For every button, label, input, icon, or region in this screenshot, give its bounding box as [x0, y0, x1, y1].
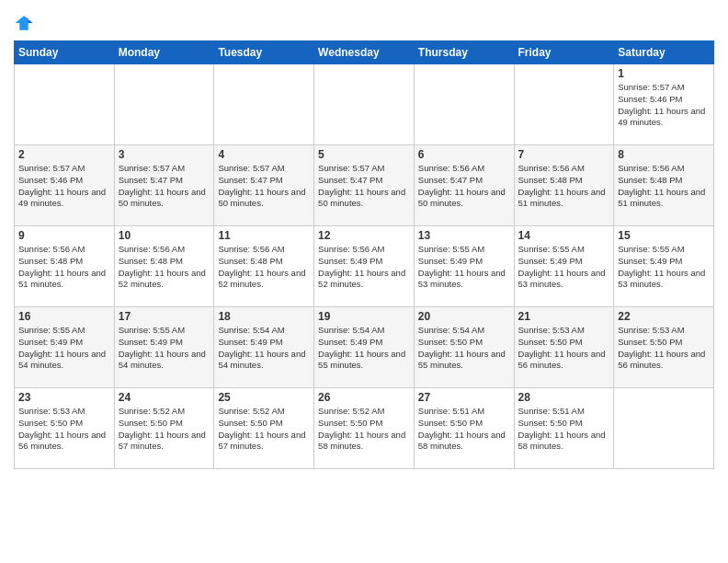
day-info: Sunrise: 5:52 AM Sunset: 5:50 PM Dayligh…	[119, 406, 210, 453]
day-info: Sunrise: 5:53 AM Sunset: 5:50 PM Dayligh…	[618, 325, 710, 372]
day-number: 14	[518, 229, 610, 242]
calendar-table: SundayMondayTuesdayWednesdayThursdayFrid…	[14, 40, 714, 469]
calendar-cell	[314, 64, 415, 145]
day-info: Sunrise: 5:56 AM Sunset: 5:48 PM Dayligh…	[218, 244, 310, 291]
day-number: 26	[318, 391, 410, 404]
weekday-header: Wednesday	[314, 41, 415, 64]
day-info: Sunrise: 5:55 AM Sunset: 5:49 PM Dayligh…	[518, 244, 610, 291]
day-number: 13	[418, 229, 510, 242]
day-number: 3	[119, 148, 210, 161]
calendar-cell: 2Sunrise: 5:57 AM Sunset: 5:46 PM Daylig…	[15, 145, 115, 226]
day-number: 7	[518, 148, 610, 161]
day-info: Sunrise: 5:55 AM Sunset: 5:49 PM Dayligh…	[418, 244, 510, 291]
calendar-cell	[214, 64, 314, 145]
weekday-header: Monday	[114, 41, 214, 64]
calendar-cell: 7Sunrise: 5:56 AM Sunset: 5:48 PM Daylig…	[514, 145, 614, 226]
day-info: Sunrise: 5:56 AM Sunset: 5:47 PM Dayligh…	[418, 163, 510, 210]
calendar-cell: 12Sunrise: 5:56 AM Sunset: 5:49 PM Dayli…	[314, 226, 415, 307]
calendar-cell: 20Sunrise: 5:54 AM Sunset: 5:50 PM Dayli…	[414, 307, 514, 388]
day-info: Sunrise: 5:57 AM Sunset: 5:47 PM Dayligh…	[318, 163, 410, 210]
day-info: Sunrise: 5:56 AM Sunset: 5:48 PM Dayligh…	[518, 163, 610, 210]
day-info: Sunrise: 5:55 AM Sunset: 5:49 PM Dayligh…	[18, 325, 110, 372]
day-number: 11	[218, 229, 310, 242]
calendar-header-row: SundayMondayTuesdayWednesdayThursdayFrid…	[15, 41, 714, 64]
day-info: Sunrise: 5:57 AM Sunset: 5:46 PM Dayligh…	[18, 163, 110, 210]
day-number: 5	[318, 148, 410, 161]
day-number: 24	[119, 391, 210, 404]
calendar-week-row: 9Sunrise: 5:56 AM Sunset: 5:48 PM Daylig…	[15, 226, 714, 307]
day-number: 16	[18, 310, 110, 323]
logo-icon	[14, 13, 34, 33]
calendar-cell: 28Sunrise: 5:51 AM Sunset: 5:50 PM Dayli…	[514, 388, 614, 469]
calendar-cell: 19Sunrise: 5:54 AM Sunset: 5:49 PM Dayli…	[314, 307, 415, 388]
calendar-week-row: 2Sunrise: 5:57 AM Sunset: 5:46 PM Daylig…	[15, 145, 714, 226]
calendar-cell: 6Sunrise: 5:56 AM Sunset: 5:47 PM Daylig…	[414, 145, 514, 226]
weekday-header: Sunday	[15, 41, 115, 64]
day-number: 8	[618, 148, 710, 161]
weekday-header: Tuesday	[214, 41, 314, 64]
day-number: 9	[18, 229, 110, 242]
day-number: 27	[418, 391, 510, 404]
day-info: Sunrise: 5:54 AM Sunset: 5:49 PM Dayligh…	[318, 325, 410, 372]
weekday-header: Saturday	[614, 41, 714, 64]
calendar-week-row: 1Sunrise: 5:57 AM Sunset: 5:46 PM Daylig…	[15, 64, 714, 145]
day-info: Sunrise: 5:54 AM Sunset: 5:49 PM Dayligh…	[218, 325, 310, 372]
weekday-header: Friday	[514, 41, 614, 64]
logo	[14, 13, 38, 33]
day-info: Sunrise: 5:55 AM Sunset: 5:49 PM Dayligh…	[119, 325, 210, 372]
calendar-cell: 1Sunrise: 5:57 AM Sunset: 5:46 PM Daylig…	[614, 64, 714, 145]
calendar-cell: 22Sunrise: 5:53 AM Sunset: 5:50 PM Dayli…	[614, 307, 714, 388]
calendar-cell: 13Sunrise: 5:55 AM Sunset: 5:49 PM Dayli…	[414, 226, 514, 307]
day-info: Sunrise: 5:56 AM Sunset: 5:48 PM Dayligh…	[119, 244, 210, 291]
calendar-cell: 24Sunrise: 5:52 AM Sunset: 5:50 PM Dayli…	[114, 388, 214, 469]
calendar-cell	[15, 64, 115, 145]
calendar-cell: 4Sunrise: 5:57 AM Sunset: 5:47 PM Daylig…	[214, 145, 314, 226]
calendar-cell: 26Sunrise: 5:52 AM Sunset: 5:50 PM Dayli…	[314, 388, 415, 469]
calendar-cell	[114, 64, 214, 145]
day-info: Sunrise: 5:55 AM Sunset: 5:49 PM Dayligh…	[618, 244, 710, 291]
calendar-week-row: 16Sunrise: 5:55 AM Sunset: 5:49 PM Dayli…	[15, 307, 714, 388]
day-number: 17	[119, 310, 210, 323]
day-number: 19	[318, 310, 410, 323]
weekday-header: Thursday	[414, 41, 514, 64]
day-number: 20	[418, 310, 510, 323]
day-info: Sunrise: 5:53 AM Sunset: 5:50 PM Dayligh…	[18, 406, 110, 453]
calendar-cell: 21Sunrise: 5:53 AM Sunset: 5:50 PM Dayli…	[514, 307, 614, 388]
day-number: 25	[218, 391, 310, 404]
day-number: 23	[18, 391, 110, 404]
day-number: 4	[218, 148, 310, 161]
day-info: Sunrise: 5:51 AM Sunset: 5:50 PM Dayligh…	[418, 406, 510, 453]
calendar-cell: 11Sunrise: 5:56 AM Sunset: 5:48 PM Dayli…	[214, 226, 314, 307]
day-info: Sunrise: 5:56 AM Sunset: 5:48 PM Dayligh…	[18, 244, 110, 291]
day-number: 28	[518, 391, 610, 404]
calendar-cell: 9Sunrise: 5:56 AM Sunset: 5:48 PM Daylig…	[15, 226, 115, 307]
calendar-cell: 27Sunrise: 5:51 AM Sunset: 5:50 PM Dayli…	[414, 388, 514, 469]
calendar-cell: 8Sunrise: 5:56 AM Sunset: 5:48 PM Daylig…	[614, 145, 714, 226]
day-number: 15	[618, 229, 710, 242]
calendar-cell: 5Sunrise: 5:57 AM Sunset: 5:47 PM Daylig…	[314, 145, 415, 226]
day-number: 2	[18, 148, 110, 161]
header	[14, 9, 714, 33]
day-number: 1	[618, 67, 710, 80]
day-info: Sunrise: 5:52 AM Sunset: 5:50 PM Dayligh…	[218, 406, 310, 453]
calendar-cell	[614, 388, 714, 469]
day-info: Sunrise: 5:54 AM Sunset: 5:50 PM Dayligh…	[418, 325, 510, 372]
day-info: Sunrise: 5:56 AM Sunset: 5:49 PM Dayligh…	[318, 244, 410, 291]
day-info: Sunrise: 5:51 AM Sunset: 5:50 PM Dayligh…	[518, 406, 610, 453]
day-info: Sunrise: 5:57 AM Sunset: 5:47 PM Dayligh…	[119, 163, 210, 210]
calendar-cell: 25Sunrise: 5:52 AM Sunset: 5:50 PM Dayli…	[214, 388, 314, 469]
day-number: 6	[418, 148, 510, 161]
calendar-cell: 14Sunrise: 5:55 AM Sunset: 5:49 PM Dayli…	[514, 226, 614, 307]
calendar-cell: 17Sunrise: 5:55 AM Sunset: 5:49 PM Dayli…	[114, 307, 214, 388]
day-info: Sunrise: 5:56 AM Sunset: 5:48 PM Dayligh…	[618, 163, 710, 210]
day-info: Sunrise: 5:53 AM Sunset: 5:50 PM Dayligh…	[518, 325, 610, 372]
calendar-cell: 15Sunrise: 5:55 AM Sunset: 5:49 PM Dayli…	[614, 226, 714, 307]
calendar-cell: 16Sunrise: 5:55 AM Sunset: 5:49 PM Dayli…	[15, 307, 115, 388]
calendar-cell	[514, 64, 614, 145]
page: SundayMondayTuesdayWednesdayThursdayFrid…	[0, 0, 728, 563]
day-number: 22	[618, 310, 710, 323]
calendar-cell: 23Sunrise: 5:53 AM Sunset: 5:50 PM Dayli…	[15, 388, 115, 469]
day-info: Sunrise: 5:57 AM Sunset: 5:47 PM Dayligh…	[218, 163, 310, 210]
day-number: 18	[218, 310, 310, 323]
day-info: Sunrise: 5:57 AM Sunset: 5:46 PM Dayligh…	[618, 82, 710, 129]
